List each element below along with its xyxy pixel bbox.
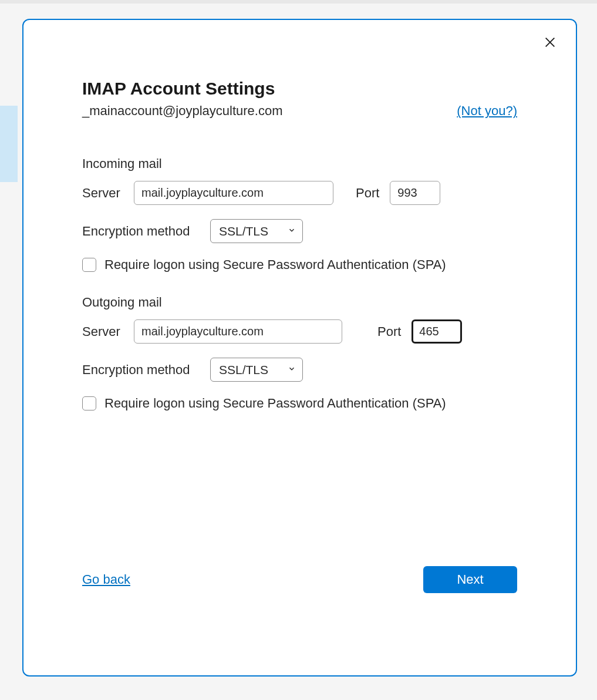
outgoing-server-label: Server xyxy=(82,324,123,339)
close-icon xyxy=(544,36,556,51)
incoming-encryption-label: Encryption method xyxy=(82,224,200,239)
outgoing-encryption-select-wrap: SSL/TLS xyxy=(210,358,303,382)
dialog-footer: Go back Next xyxy=(82,566,517,593)
close-button[interactable] xyxy=(541,34,559,53)
outgoing-encryption-row: Encryption method SSL/TLS xyxy=(82,358,517,382)
outgoing-server-row: Server Port xyxy=(82,319,517,344)
outgoing-server-input[interactable] xyxy=(134,319,342,344)
incoming-spa-checkbox[interactable] xyxy=(82,258,96,272)
incoming-port-label: Port xyxy=(356,186,379,201)
imap-settings-dialog: IMAP Account Settings _mainaccount@joypl… xyxy=(22,19,577,677)
email-row: _mainaccount@joyplayculture.com (Not you… xyxy=(82,103,517,119)
outgoing-port-input[interactable] xyxy=(412,319,462,344)
incoming-spa-label: Require logon using Secure Password Auth… xyxy=(104,257,446,272)
outgoing-spa-row: Require logon using Secure Password Auth… xyxy=(82,396,517,411)
outgoing-encryption-label: Encryption method xyxy=(82,362,200,378)
incoming-server-input[interactable] xyxy=(134,181,333,205)
not-you-link[interactable]: (Not you?) xyxy=(457,103,517,119)
outgoing-spa-label: Require logon using Secure Password Auth… xyxy=(104,396,446,411)
background-sidebar-hint xyxy=(0,106,18,182)
incoming-header: Incoming mail xyxy=(82,156,517,171)
dialog-content: IMAP Account Settings _mainaccount@joypl… xyxy=(41,36,558,411)
outgoing-port-label: Port xyxy=(377,324,401,339)
incoming-spa-row: Require logon using Secure Password Auth… xyxy=(82,257,517,272)
incoming-enciption-select-wrap: SSL/TLS xyxy=(210,219,303,243)
account-email: _mainaccount@joyplayculture.com xyxy=(82,103,283,119)
go-back-link[interactable]: Go back xyxy=(82,572,130,587)
incoming-encryption-row: Encryption method SSL/TLS xyxy=(82,219,517,243)
outgoing-encryption-select[interactable]: SSL/TLS xyxy=(210,358,303,382)
incoming-encryption-select[interactable]: SSL/TLS xyxy=(210,219,303,243)
outgoing-spa-checkbox[interactable] xyxy=(82,396,96,410)
background-top-stripe xyxy=(0,0,597,4)
incoming-port-input[interactable] xyxy=(390,181,440,205)
outgoing-header: Outgoing mail xyxy=(82,295,517,310)
incoming-server-label: Server xyxy=(82,186,123,201)
next-button[interactable]: Next xyxy=(423,566,517,593)
dialog-title: IMAP Account Settings xyxy=(82,79,517,99)
incoming-server-row: Server Port xyxy=(82,181,517,205)
